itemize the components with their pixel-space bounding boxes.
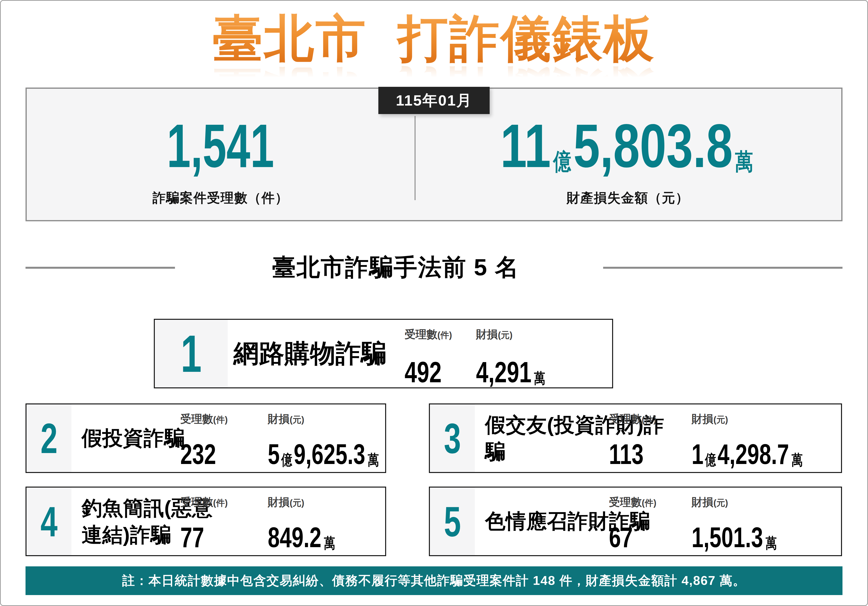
rank-badge-panel: 5 (430, 488, 475, 555)
loss-column: 財損(元) 1億4,298.7萬 (691, 412, 838, 471)
loss-amount-value: 11 億 5,803.8 萬 (500, 115, 755, 177)
loss-wan-unit: 萬 (763, 533, 777, 553)
loss-header-label: 財損 (268, 496, 290, 508)
loss-column: 財損(元) 849.2萬 (268, 495, 356, 554)
loss-wan-value: 5,803.8 (574, 115, 733, 177)
loss-value: 5億9,625.3萬 (268, 438, 379, 471)
dashboard-page: 臺北市 打詐儀錶板 臺北市 打詐儀錶板 115年01月 1,541 詐騙案件受理… (0, 0, 868, 606)
loss-column: 財損(元) 1,501.3萬 (691, 495, 804, 554)
cases-number: 113 (609, 438, 643, 471)
rank-number: 3 (444, 417, 461, 460)
loss-yi: 1 (691, 438, 704, 471)
loss-column-header: 財損(元) (268, 412, 414, 426)
loss-header-label: 財損 (691, 496, 713, 508)
summary-cases-block: 1,541 詐騙案件受理數（件） (27, 89, 415, 220)
rank-badge-panel: 3 (430, 404, 475, 472)
cases-column-header: 受理數(件) (180, 412, 228, 426)
rank-badge-panel: 4 (26, 488, 71, 555)
period-badge: 115年01月 (378, 87, 490, 114)
rank-number: 5 (444, 500, 461, 543)
cases-column: 受理數(件) 67 (609, 495, 656, 554)
cases-header-label: 受理數 (609, 413, 642, 425)
fraud-card-body: 色情應召詐財詐騙 受理數(件) 67 財損(元) 1,501.3萬 (475, 488, 841, 555)
cases-column: 受理數(件) 77 (180, 495, 228, 554)
loss-wan-unit: 萬 (733, 146, 755, 177)
rank-badge-panel: 1 (155, 320, 228, 387)
cases-number: 77 (180, 521, 204, 554)
loss-wan-unit: 萬 (532, 369, 545, 388)
fraud-card-body: 假交友(投資詐財)詐 騙 受理數(件) 113 財損(元) 1億4,298.7萬 (475, 404, 841, 472)
cases-count-label: 詐騙案件受理數（件） (153, 189, 289, 207)
cases-value: 77 (180, 521, 216, 554)
fraud-card-rank-5: 5 色情應召詐財詐騙 受理數(件) 67 財損(元) 1,501.3萬 (429, 486, 842, 556)
loss-amount-label: 財產損失金額（元） (567, 189, 689, 207)
divider-line-right (603, 267, 843, 269)
divider-line-left (25, 267, 175, 269)
loss-column-header: 財損(元) (691, 412, 838, 426)
loss-value: 4,291萬 (476, 355, 545, 389)
cases-value: 232 (180, 438, 216, 471)
loss-column-header: 財損(元) (476, 327, 567, 342)
page-title: 臺北市 打詐儀錶板 (1, 8, 867, 69)
loss-header-label: 財損 (476, 328, 498, 340)
loss-header-sub: (元) (290, 498, 304, 508)
loss-column-header: 財損(元) (268, 495, 356, 510)
loss-header-sub: (元) (290, 415, 304, 424)
fraud-card-rank-3: 3 假交友(投資詐財)詐 騙 受理數(件) 113 財損(元) 1億4,298.… (429, 403, 842, 473)
loss-column: 財損(元) 5億9,625.3萬 (268, 412, 414, 471)
cases-count-value: 1,541 (167, 115, 274, 177)
footer-note-text: 註：本日統計數據中包含交易糾紛、債務不履行等其他詐騙受理案件計 148 件，財產… (122, 572, 746, 589)
cases-header-sub: (件) (437, 330, 452, 340)
loss-header-sub: (元) (713, 415, 728, 424)
cases-column-header: 受理數(件) (405, 327, 453, 342)
rank-number: 1 (181, 328, 202, 380)
cases-header-label: 受理數 (405, 328, 437, 340)
cases-header-sub: (件) (642, 498, 656, 508)
loss-column-header: 財損(元) (691, 495, 804, 510)
ranking-section-header: 臺北市詐騙手法前 5 名 (25, 252, 843, 284)
fraud-type-title: 網路購物詐騙 (234, 337, 387, 370)
fraud-type-title: 假投資詐騙 (82, 425, 185, 452)
cases-column-header: 受理數(件) (609, 412, 656, 426)
cases-column: 受理數(件) 232 (180, 412, 228, 471)
loss-yi-unit: 億 (280, 451, 294, 470)
cases-header-label: 受理數 (609, 496, 642, 508)
footer-note-bar: 註：本日統計數據中包含交易糾紛、債務不履行等其他詐騙受理案件計 148 件，財產… (25, 566, 843, 595)
loss-column: 財損(元) 4,291萬 (476, 327, 567, 389)
loss-wan: 849.2 (268, 521, 321, 554)
fraud-cards-grid: 2 假投資詐騙 受理數(件) 232 財損(元) 5億9,625.3萬 3 假交… (25, 403, 843, 556)
loss-header-label: 財損 (691, 413, 713, 425)
cases-column: 受理數(件) 113 (609, 412, 656, 471)
cases-header-label: 受理數 (180, 496, 213, 508)
cases-header-sub: (件) (213, 498, 228, 508)
loss-wan: 4,298.7 (718, 438, 789, 471)
loss-yi-value: 11 (500, 115, 551, 177)
cases-value: 67 (609, 521, 645, 554)
fraud-card-body: 網路購物詐騙 受理數(件) 492 財損(元) 4,291萬 (228, 320, 612, 387)
summary-panel: 115年01月 1,541 詐騙案件受理數（件） 11 億 5,803.8 萬 … (25, 87, 843, 221)
fraud-card-body: 假投資詐騙 受理數(件) 232 財損(元) 5億9,625.3萬 (71, 404, 385, 472)
cases-column-header: 受理數(件) (180, 495, 228, 510)
fraud-card-rank-2: 2 假投資詐騙 受理數(件) 232 財損(元) 5億9,625.3萬 (25, 403, 386, 473)
cases-header-sub: (件) (213, 415, 228, 424)
cases-number: 492 (405, 355, 442, 389)
loss-wan-unit: 萬 (321, 533, 335, 553)
cases-value: 113 (609, 438, 645, 471)
rank-badge-panel: 2 (26, 404, 71, 472)
cases-number: 232 (180, 438, 216, 471)
loss-value: 849.2萬 (268, 521, 335, 554)
ranking-section-title: 臺北市詐騙手法前 5 名 (272, 252, 519, 284)
cases-header-label: 受理數 (180, 413, 213, 425)
loss-header-sub: (元) (498, 330, 513, 340)
loss-header-sub: (元) (713, 498, 728, 508)
fraud-card-rank-4: 4 釣魚簡訊(惡意 連結)詐騙 受理數(件) 77 財損(元) 849.2萬 (25, 486, 386, 556)
loss-wan: 4,291 (476, 355, 532, 389)
cases-header-sub: (件) (642, 415, 656, 424)
cases-value: 492 (405, 355, 442, 389)
loss-yi-unit: 億 (551, 146, 574, 177)
summary-divider (415, 116, 415, 200)
loss-value: 1,501.3萬 (691, 521, 777, 554)
loss-yi: 5 (268, 438, 280, 471)
loss-value: 1億4,298.7萬 (691, 438, 803, 471)
rank-number: 4 (40, 500, 57, 543)
